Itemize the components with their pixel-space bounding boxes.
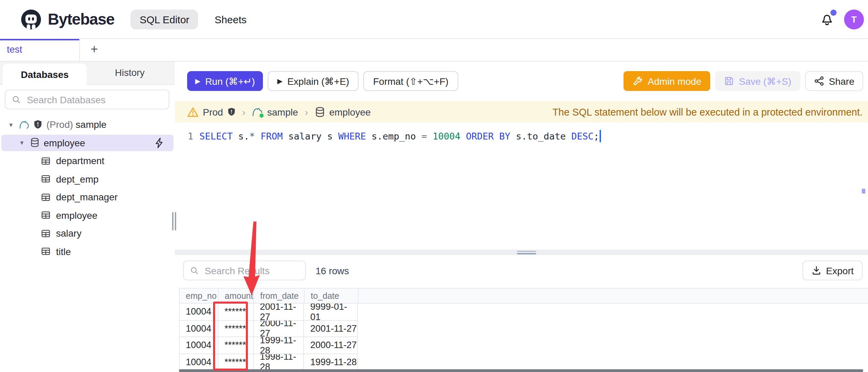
split-drag-handle[interactable] (517, 251, 536, 254)
code-line: 1 SELECT s.* FROM salary s WHERE s.emp_n… (175, 129, 601, 143)
admin-mode-button[interactable]: Admin mode (624, 71, 710, 91)
table-cell[interactable]: 2001-11-27 (304, 320, 358, 336)
table-icon (41, 192, 51, 201)
export-button[interactable]: Export (802, 261, 863, 280)
tree-item-table-salary[interactable]: salary (0, 225, 175, 241)
editor-toolbar: ▶ Run (⌘+↵) ▶ Explain (⌘+E) Format (⇧+⌥+… (175, 61, 868, 101)
table-label: dept_manager (56, 191, 118, 202)
connection-status-dot (259, 112, 265, 118)
table-cell[interactable]: 2001-11-27 (254, 304, 304, 320)
table-label: department (56, 155, 104, 166)
tree-item-database-group[interactable]: ▾ (Prod) sample (0, 116, 175, 133)
mysql-icon (252, 107, 263, 117)
brand-name: Bytebase (48, 10, 114, 28)
env-name: Prod (203, 106, 223, 117)
tree-item-schema-employee[interactable]: ▾ employee (1, 134, 173, 151)
sql-editor[interactable]: 1 SELECT s.* FROM salary s WHERE s.emp_n… (175, 122, 868, 250)
schema-label: employee (44, 137, 85, 148)
breadcrumb-database[interactable]: sample (252, 106, 298, 117)
database-search-box[interactable] (5, 90, 169, 109)
protected-environment-warning: The SQL statement below will be executed… (552, 106, 868, 117)
table-cell[interactable]: 10004 (180, 320, 219, 336)
tab-history[interactable]: History (87, 61, 172, 84)
app-header: Bytebase SQL Editor Sheets T (0, 0, 868, 39)
share-button[interactable]: Share (805, 71, 863, 91)
database-name: sample (267, 106, 298, 117)
shield-icon (33, 120, 42, 129)
table-cell[interactable]: 10004 (180, 354, 219, 370)
annotation-highlight-box (213, 302, 248, 371)
tree-item-table-dept_manager[interactable]: dept_manager (0, 189, 175, 205)
explain-button[interactable]: ▶ Explain (⌘+E) (268, 71, 359, 91)
play-icon: ▶ (195, 77, 200, 85)
horizontal-scrollbar[interactable] (179, 369, 863, 372)
save-label: Save (⌘+S) (739, 76, 791, 87)
table-row[interactable]: 10004******1998-11-281999-11-28 (180, 354, 358, 371)
column-header-emp_no[interactable]: emp_no (180, 289, 219, 303)
warning-icon (187, 106, 199, 117)
breadcrumb-separator: › (242, 106, 245, 117)
header-right: T (820, 9, 868, 29)
tab-databases[interactable]: Databases (3, 64, 87, 85)
breadcrumb-env[interactable]: Prod (187, 106, 235, 117)
annotation-arrow-icon (232, 219, 266, 300)
save-icon (724, 76, 734, 86)
sql-token: 10004 (433, 130, 460, 141)
sql-token: * (249, 130, 255, 141)
results-table: emp_noamountfrom_dateto_date 10004******… (179, 288, 868, 372)
notification-dot (830, 10, 837, 16)
sheet-tab-test[interactable]: test (0, 38, 80, 61)
table-label: dept_emp (56, 173, 99, 184)
sidebar-resize-handle[interactable] (172, 212, 177, 230)
sql-token: s.to_date (510, 130, 572, 141)
chevron-down-icon: ▾ (18, 139, 26, 146)
table-cell[interactable]: 2000-11-27 (304, 337, 358, 353)
shield-icon (227, 107, 235, 116)
notification-bell-button[interactable] (820, 12, 835, 27)
wrench-icon (633, 76, 643, 86)
results-toolbar: 16 rows Export (175, 261, 868, 280)
column-header-to_date[interactable]: to_date (305, 289, 359, 303)
admin-mode-label: Admin mode (648, 76, 701, 87)
new-tab-button[interactable]: + (85, 40, 103, 58)
format-button[interactable]: Format (⇧+⌥+F) (364, 71, 458, 91)
text-cursor (600, 130, 601, 142)
format-label: Format (⇧+⌥+F) (373, 76, 449, 87)
share-icon (814, 76, 824, 86)
tree-item-table-employee[interactable]: employee (0, 207, 175, 223)
nav-sql-editor[interactable]: SQL Editor (131, 9, 198, 29)
table-cell[interactable]: 10004 (180, 304, 219, 320)
table-cell[interactable]: 10004 (180, 337, 219, 353)
tree-item-table-title[interactable]: title (0, 243, 175, 260)
table-cell[interactable]: 1999-11-28 (254, 337, 304, 353)
share-label: Share (829, 76, 854, 87)
user-avatar[interactable]: T (844, 9, 864, 29)
table-row[interactable]: 10004******2000-11-272001-11-27 (180, 320, 358, 337)
breadcrumb-table[interactable]: employee (315, 106, 370, 117)
table-cell[interactable]: 1998-11-28 (254, 354, 304, 370)
save-button[interactable]: Save (⌘+S) (715, 71, 800, 91)
table-cell[interactable]: 1999-11-28 (304, 354, 358, 370)
nav-sheets[interactable]: Sheets (215, 13, 247, 25)
sql-token: ; (593, 130, 599, 141)
sheet-tabstrip: test + (0, 38, 868, 62)
bytebase-mascot-icon (20, 9, 42, 30)
sheet-tab-label: test (7, 44, 22, 55)
table-row[interactable]: 10004******2001-11-279999-01-01 (180, 304, 358, 320)
table-name: employee (329, 106, 370, 117)
bytebase-logo[interactable]: Bytebase (0, 9, 114, 30)
table-row[interactable]: 10004******1999-11-282000-11-27 (180, 337, 358, 354)
mysql-icon (19, 120, 29, 129)
results-table-header: emp_noamountfrom_dateto_date (179, 288, 868, 304)
table-cell[interactable]: 9999-01-01 (304, 304, 358, 320)
bolt-icon[interactable] (154, 137, 164, 148)
run-button[interactable]: ▶ Run (⌘+↵) (187, 71, 263, 91)
database-search-input[interactable] (26, 93, 163, 106)
tree-item-table-dept_emp[interactable]: dept_emp (0, 171, 175, 187)
row-count-label: 16 rows (316, 265, 349, 276)
tree-item-table-department[interactable]: department (0, 152, 175, 169)
database-group-label: (Prod) sample (46, 119, 107, 130)
results-table-rows: 10004******2001-11-279999-01-0110004****… (179, 304, 358, 371)
editor-results-divider[interactable] (175, 250, 868, 255)
table-cell[interactable]: 2000-11-27 (254, 320, 304, 336)
